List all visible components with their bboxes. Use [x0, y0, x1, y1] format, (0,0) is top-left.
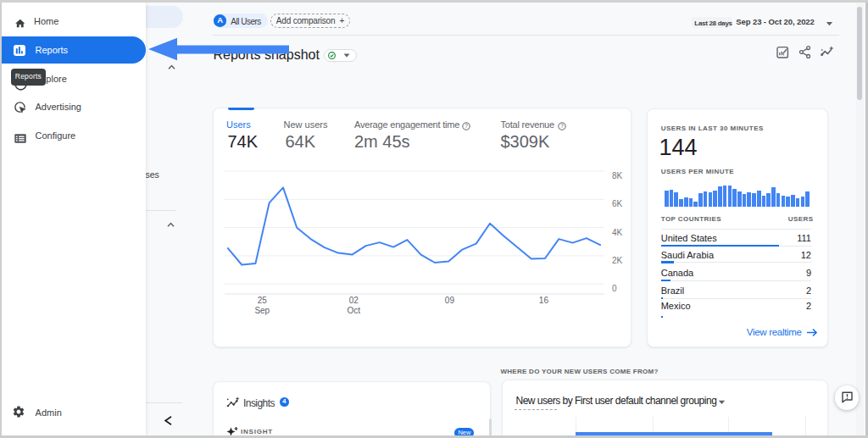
svg-text:Oct: Oct [348, 306, 361, 315]
svg-text:0: 0 [612, 284, 617, 293]
svg-text:6K: 6K [612, 199, 623, 208]
svg-text:?: ? [465, 123, 468, 129]
svg-text:25: 25 [258, 296, 268, 305]
svg-text:?: ? [560, 123, 564, 129]
svg-text:02: 02 [349, 296, 359, 305]
svg-text:4K: 4K [612, 228, 623, 237]
svg-text:Sep: Sep [254, 306, 270, 315]
svg-text:09: 09 [445, 296, 455, 305]
svg-text:2K: 2K [612, 256, 623, 265]
svg-text:16: 16 [539, 296, 549, 305]
svg-text:8K: 8K [612, 171, 623, 180]
